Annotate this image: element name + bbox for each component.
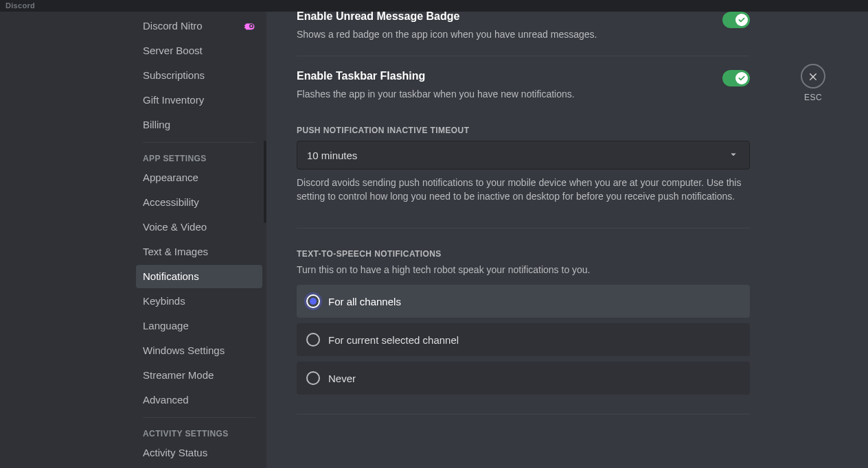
close-button[interactable]: [801, 64, 825, 89]
tts-option-current-channel[interactable]: For current selected channel: [297, 323, 750, 356]
toggle-knob: [735, 14, 748, 26]
push-timeout-description: Discord avoids sending push notification…: [297, 176, 750, 203]
sidebar-item-label: Text & Images: [143, 244, 208, 259]
settings-content: Enable Unread Message Badge Shows a red …: [297, 12, 750, 427]
sidebar-item-accessibility[interactable]: Accessibility: [136, 191, 262, 214]
sidebar-separator: [143, 417, 255, 418]
radio-label: Never: [328, 373, 356, 384]
tts-option-all-channels[interactable]: For all channels: [297, 285, 750, 318]
sidebar-item-label: Notifications: [143, 269, 199, 284]
sidebar-header-app-settings: APP SETTINGS: [136, 150, 262, 166]
sidebar-item-appearance[interactable]: Appearance: [136, 166, 262, 189]
sidebar-item-language[interactable]: Language: [136, 314, 262, 338]
sidebar-item-streamer-mode[interactable]: Streamer Mode: [136, 364, 262, 387]
close-label: ESC: [804, 93, 822, 102]
divider: [297, 56, 750, 56]
setting-taskbar-flashing: Enable Taskbar Flashing Flashes the app …: [297, 70, 750, 102]
tts-option-never[interactable]: Never: [297, 362, 750, 395]
sidebar-item-keybinds[interactable]: Keybinds: [136, 290, 262, 313]
sidebar-item-billing[interactable]: Billing: [136, 113, 262, 137]
divider: [297, 228, 750, 229]
sidebar-item-discord-nitro[interactable]: Discord Nitro: [136, 14, 262, 38]
sidebar-item-label: Appearance: [143, 170, 198, 185]
radio-icon: [306, 371, 320, 385]
sidebar-item-label: Windows Settings: [143, 343, 225, 358]
window-titlebar: Discord: [0, 0, 868, 12]
setting-unread-badge: Enable Unread Message Badge Shows a red …: [297, 12, 750, 42]
sidebar-separator: [143, 142, 255, 143]
select-value: 10 minutes: [307, 150, 357, 161]
sidebar-item-label: Advanced: [143, 393, 189, 408]
settings-content-wrap: Enable Unread Message Badge Shows a red …: [266, 12, 868, 468]
sidebar-item-label: Billing: [143, 117, 170, 132]
settings-sidebar: Discord Nitro Server Boost Subscriptions…: [126, 12, 266, 468]
sidebar-item-server-boost[interactable]: Server Boost: [136, 39, 262, 62]
tts-sublabel: Turn this on to have a high tech robot s…: [297, 264, 750, 275]
sidebar-header-activity-settings: ACTIVITY SETTINGS: [136, 425, 262, 441]
push-timeout-select[interactable]: 10 minutes: [297, 141, 750, 169]
tts-label: TEXT-TO-SPEECH NOTIFICATIONS: [297, 249, 750, 259]
sidebar-item-label: Subscriptions: [143, 68, 205, 83]
setting-description: Shows a red badge on the app icon when y…: [297, 28, 597, 42]
sidebar-item-label: Gift Inventory: [143, 93, 204, 108]
radio-label: For all channels: [328, 296, 401, 307]
sidebar-item-label: Discord Nitro: [143, 19, 203, 34]
push-timeout-label: PUSH NOTIFICATION INACTIVE TIMEOUT: [297, 126, 750, 135]
radio-icon: [306, 333, 320, 347]
app-root: Discord Nitro Server Boost Subscriptions…: [0, 12, 868, 468]
svg-point-0: [251, 25, 253, 27]
toggle-knob: [735, 72, 748, 84]
sidebar-item-notifications[interactable]: Notifications: [136, 265, 262, 288]
sidebar-item-label: Keybinds: [143, 294, 185, 309]
radio-label: For current selected channel: [328, 334, 459, 346]
setting-title: Enable Unread Message Badge: [297, 12, 597, 23]
sidebar-item-advanced[interactable]: Advanced: [136, 388, 262, 412]
setting-title: Enable Taskbar Flashing: [297, 70, 575, 82]
nitro-badge-icon: [243, 21, 255, 31]
sidebar-item-label: Accessibility: [143, 195, 199, 210]
sidebar-item-label: Streamer Mode: [143, 368, 214, 383]
sidebar-item-subscriptions[interactable]: Subscriptions: [136, 64, 262, 87]
sidebar-item-label: Server Boost: [143, 43, 203, 58]
sidebar-item-label: Language: [143, 318, 189, 334]
chevron-down-icon: [727, 148, 740, 163]
sidebar-item-windows-settings[interactable]: Windows Settings: [136, 339, 262, 362]
sidebar-item-gift-inventory[interactable]: Gift Inventory: [136, 89, 262, 112]
sidebar-item-text-images[interactable]: Text & Images: [136, 240, 262, 264]
toggle-unread-badge[interactable]: [722, 12, 750, 28]
close-column: ESC: [801, 64, 825, 102]
sidebar-item-activity-status[interactable]: Activity Status: [136, 441, 262, 465]
sidebar-item-label: Voice & Video: [143, 220, 207, 235]
divider: [297, 414, 750, 414]
setting-description: Flashes the app in your taskbar when you…: [297, 88, 575, 102]
sidebar-item-voice-video[interactable]: Voice & Video: [136, 215, 262, 239]
settings-sidebar-wrap: Discord Nitro Server Boost Subscriptions…: [0, 12, 266, 468]
sidebar-item-label: Activity Status: [143, 445, 207, 460]
radio-icon: [306, 294, 320, 308]
toggle-taskbar-flashing[interactable]: [722, 70, 750, 86]
